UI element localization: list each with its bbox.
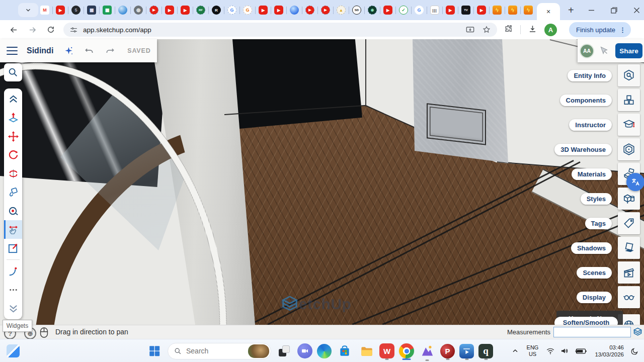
- pinned-tab-tv-black[interactable]: TV: [461, 6, 470, 15]
- pinned-tab-flash[interactable]: ϟ: [493, 6, 502, 15]
- night-mode-icon[interactable]: [630, 347, 639, 355]
- pinned-tab-youtube-loading[interactable]: ▶: [305, 6, 314, 15]
- tool-more[interactable]: [4, 281, 22, 299]
- pinned-tab-sheets[interactable]: ▦: [103, 6, 112, 15]
- tool-tape-measure[interactable]: [4, 202, 22, 220]
- tool-collapse-up[interactable]: [4, 90, 22, 109]
- panel-button-tags[interactable]: [618, 212, 640, 234]
- restore-button[interactable]: [611, 7, 617, 14]
- active-tab[interactable]: ×: [537, 3, 560, 20]
- panel-button-entity-info[interactable]: [618, 64, 640, 86]
- panel-button-components[interactable]: [618, 89, 640, 111]
- taskbar-app-p-app[interactable]: P: [440, 344, 455, 358]
- pinned-tab-youtube[interactable]: ▶: [165, 6, 174, 15]
- taskbar-app-photos[interactable]: [419, 342, 436, 359]
- wifi-icon[interactable]: [546, 346, 555, 355]
- panel-button-warehouse[interactable]: [618, 138, 640, 160]
- pinned-tab-gmail[interactable]: M: [40, 6, 49, 15]
- tool-flip[interactable]: [4, 164, 22, 183]
- close-button[interactable]: [633, 7, 640, 14]
- pinned-tab-youtube[interactable]: ▶: [56, 6, 65, 15]
- extensions-icon[interactable]: [504, 24, 513, 35]
- ai-sparkle-icon[interactable]: [63, 46, 74, 56]
- pinned-tab-blue-circle[interactable]: [118, 6, 127, 15]
- pinned-tab-green-check[interactable]: ✓: [399, 6, 408, 15]
- downloads-icon[interactable]: [528, 24, 537, 36]
- panel-button-instructor[interactable]: [618, 114, 640, 136]
- model-viewport[interactable]: SketchUp: [0, 39, 644, 325]
- tool-move[interactable]: [4, 127, 22, 146]
- pinned-tab-google-orange[interactable]: G: [243, 6, 252, 15]
- tool-collapse-down[interactable]: [4, 299, 22, 318]
- share-button[interactable]: Share: [615, 43, 642, 58]
- url-text[interactable]: app.sketchup.com/app: [83, 26, 465, 34]
- start-button[interactable]: [146, 342, 163, 359]
- site-settings-icon[interactable]: [69, 26, 78, 34]
- tool-rotate[interactable]: [4, 146, 22, 164]
- reload-button[interactable]: [46, 25, 55, 34]
- taskbar-app-movies[interactable]: [459, 344, 474, 358]
- bookmark-star-icon[interactable]: [482, 25, 491, 34]
- menu-icon[interactable]: [7, 47, 18, 55]
- pinned-tab-youtube[interactable]: ▶: [274, 6, 283, 15]
- tab-search-button[interactable]: [18, 3, 38, 17]
- tray-chevron-icon[interactable]: [511, 347, 519, 355]
- pinned-tab-sd[interactable]: SD: [352, 6, 361, 15]
- pinned-tab-youtube-loading[interactable]: ▶: [149, 6, 158, 15]
- back-button[interactable]: [9, 25, 19, 35]
- user-avatar[interactable]: AA: [580, 44, 594, 58]
- pinned-tab-globe[interactable]: ⊕: [134, 6, 143, 15]
- pinned-tab-soundbars[interactable]: |||: [430, 6, 439, 15]
- taskbar-app-edge[interactable]: [317, 344, 332, 358]
- pinned-tab-bing-sphere[interactable]: [290, 6, 299, 15]
- pinned-tab-youtube[interactable]: ▶: [181, 6, 190, 15]
- taskbar-app-explorer[interactable]: [358, 342, 375, 359]
- pinned-tab-youtube[interactable]: ▶: [446, 6, 455, 15]
- taskbar-app-task-view[interactable]: [276, 342, 293, 359]
- minimize-button[interactable]: [588, 7, 595, 14]
- taskbar-app-chat[interactable]: [297, 343, 312, 358]
- taskbar-app-q-app[interactable]: q: [478, 344, 493, 358]
- tool-push-pull[interactable]: [4, 109, 22, 127]
- taskbar-app-chrome[interactable]: [399, 343, 414, 358]
- taskbar-widgets-button[interactable]: [4, 343, 22, 359]
- address-bar[interactable]: app.sketchup.com/app: [63, 23, 497, 37]
- panel-button-shadows[interactable]: [618, 237, 640, 259]
- taskbar-app-wps[interactable]: W: [379, 343, 394, 358]
- forward-button[interactable]: [28, 25, 37, 35]
- pinned-tab-google[interactable]: G: [415, 6, 424, 15]
- tool-pan[interactable]: [4, 220, 22, 239]
- pinned-tab-movie[interactable]: ▦: [87, 6, 96, 15]
- profile-avatar[interactable]: A: [544, 24, 557, 36]
- translate-icon[interactable]: [626, 173, 644, 191]
- pinned-tab-google-loading[interactable]: G: [227, 6, 236, 15]
- bing-daily-image[interactable]: [248, 344, 269, 358]
- pinned-tab-youtube[interactable]: ▶: [383, 6, 392, 15]
- pinned-tab-youtube[interactable]: ▶: [477, 6, 486, 15]
- pinned-tab-flash[interactable]: ϟ: [508, 6, 517, 15]
- close-tab-icon[interactable]: ×: [546, 8, 550, 16]
- pinned-tab-lantern[interactable]: ▲: [337, 6, 346, 15]
- taskbar-app-store[interactable]: [336, 342, 353, 359]
- browser-menu-icon[interactable]: ⋮: [619, 26, 626, 34]
- pinned-tab-youtube[interactable]: ▶: [259, 6, 268, 15]
- panel-button-display[interactable]: [618, 286, 640, 308]
- model-title[interactable]: Sidindi: [27, 46, 53, 55]
- new-tab-button[interactable]: +: [568, 5, 574, 15]
- measurements-input[interactable]: [553, 327, 631, 337]
- tool-search[interactable]: [4, 63, 22, 81]
- panel-button-scenes[interactable]: [618, 261, 640, 284]
- pinned-tab-flash[interactable]: ϟ: [524, 6, 533, 15]
- pinned-tab-youtube-loading[interactable]: ▶: [321, 6, 330, 15]
- clock[interactable]: 03:4613/03/2026: [595, 344, 624, 358]
- tool-zoom-window[interactable]: [4, 239, 22, 257]
- tool-paint[interactable]: [4, 183, 22, 202]
- volume-icon[interactable]: [560, 346, 569, 355]
- pinned-tab-black-flag[interactable]: R: [212, 6, 221, 15]
- battery-charging-icon[interactable]: [574, 347, 587, 355]
- install-app-icon[interactable]: [465, 25, 475, 35]
- redo-icon[interactable]: [105, 46, 115, 56]
- search-input[interactable]: [186, 347, 248, 355]
- pinned-tab-green-chat[interactable]: ◉: [368, 6, 377, 15]
- taskbar-search[interactable]: [168, 343, 271, 359]
